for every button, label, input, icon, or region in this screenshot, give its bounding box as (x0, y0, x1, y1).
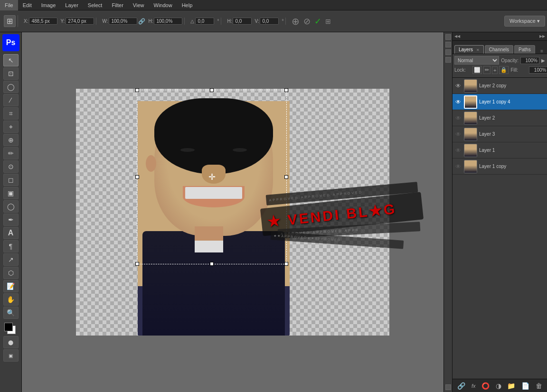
h-input[interactable] (154, 18, 182, 25)
panel-bottom-bar: 🔗 fx ⭕ ◑ 📁 📄 🗑 (453, 379, 547, 392)
menu-filter[interactable]: Filter (107, 0, 128, 10)
opacity-input[interactable] (520, 57, 539, 64)
layer-item-layer2copy[interactable]: 👁 Layer 2 copy (453, 78, 547, 94)
w-input[interactable] (109, 18, 137, 25)
workspace-button[interactable]: Workspace ▾ (504, 16, 545, 27)
clone-tool[interactable]: ⊙ (3, 160, 19, 173)
left-toolbar: Ps ↖ ⊡ ◯ ⁄ ⌗ ⌖ ⊕ ✏ ⊙ ◻ ▣ ◯ ✒ A ¶ ↗ ⬡ 📝 ✋… (0, 32, 22, 392)
menu-help[interactable]: Help (177, 0, 198, 10)
strip-btn-1[interactable] (445, 34, 451, 40)
pen-tool[interactable]: ✒ (3, 214, 19, 226)
layer-visibility-layer2[interactable]: 👁 (454, 114, 462, 122)
hair (154, 98, 273, 174)
zoom-tool[interactable]: 🔍 (3, 307, 19, 319)
confirm-transform-icon[interactable]: ✓ (314, 16, 321, 27)
screen-mode-tool[interactable]: ▣ (3, 349, 19, 362)
strip-btn-3[interactable] (445, 49, 451, 55)
layer-name-layer3: Layer 3 (479, 131, 545, 137)
layer-item-layer1[interactable]: 👁 Layer 1 (453, 142, 547, 159)
x-label: X: (24, 19, 28, 24)
panel-header: ◀◀ ▶▶ (453, 32, 547, 41)
menu-view[interactable]: View (128, 0, 149, 10)
group-layers-btn[interactable]: 📁 (507, 382, 515, 390)
strip-btn-2[interactable] (445, 42, 451, 47)
canvas-area: ✛ APPROVED APPROVED APPROVED ★ VENDI BL★… (22, 32, 443, 392)
y-input[interactable] (66, 18, 94, 25)
degree-symbol: ° (217, 19, 219, 24)
layer-visibility-layer3[interactable]: 👁 (454, 131, 462, 138)
blend-mode-select[interactable]: Normal (454, 56, 499, 65)
selection-tool[interactable]: ⊡ (3, 67, 19, 80)
transform-tool-icon[interactable]: ⊞ (4, 15, 16, 27)
target-icon[interactable]: ⊕ (292, 16, 300, 27)
lock-paint-icon[interactable]: ✏ (483, 66, 490, 74)
adjustment-btn[interactable]: ◑ (496, 382, 501, 390)
rotation-input[interactable] (195, 18, 214, 25)
right-strip (443, 32, 452, 392)
tab-paths[interactable]: Paths (514, 45, 535, 54)
gradient-tool[interactable]: ▣ (3, 187, 19, 199)
neck (195, 226, 223, 241)
hand-tool[interactable]: ✋ (3, 293, 19, 306)
magic-wand-tool[interactable]: ⁄ (3, 94, 19, 106)
canvas: ✛ APPROVED APPROVED APPROVED ★ VENDI BL★… (76, 89, 389, 336)
blend-controls: Normal Opacity: ▶ Lock: ⬜ ✏ + 🔒 Fill: ▶ (453, 54, 547, 78)
layer-item-layer1copy[interactable]: 👁 Layer 1 copy (453, 159, 547, 175)
menu-layer[interactable]: Layer (60, 0, 83, 10)
layer-visibility-layer1[interactable]: 👁 (454, 147, 462, 154)
paragraph-tool[interactable]: ¶ (3, 240, 19, 252)
new-layer-btn[interactable]: 📄 (521, 382, 529, 390)
fill-label: Fill: (510, 67, 527, 73)
shape-tool[interactable]: ⬡ (3, 267, 19, 279)
fill-input[interactable] (529, 66, 547, 74)
tab-layers-close[interactable]: ✕ (476, 48, 480, 52)
x-input[interactable] (29, 18, 57, 25)
dodge-tool[interactable]: ◯ (3, 200, 19, 213)
layer-item-layer1copy4[interactable]: 👁 Layer 1 copy 4 (453, 94, 547, 110)
options-icon[interactable]: ⊞ (325, 18, 331, 25)
brush-tool[interactable]: ✏ (3, 147, 19, 159)
move-tool[interactable]: ↖ (3, 54, 19, 66)
strip-btn-5[interactable] (445, 384, 451, 390)
opacity-label: Opacity: (501, 58, 519, 63)
v-skew-label: V: (255, 19, 259, 24)
path-tool[interactable]: ↗ (3, 253, 19, 266)
delete-layer-btn[interactable]: 🗑 (536, 382, 542, 390)
menu-select[interactable]: Select (83, 0, 107, 10)
layer-visibility-layer2copy[interactable]: 👁 (454, 82, 462, 90)
link-layers-btn[interactable]: 🔗 (457, 382, 465, 390)
color-swatches[interactable] (3, 322, 19, 335)
cancel-transform-icon[interactable]: ⊘ (303, 16, 311, 27)
crop-tool[interactable]: ⌗ (3, 107, 19, 120)
menu-window[interactable]: Window (149, 0, 177, 10)
layer-visibility-layer1copy[interactable]: 👁 (454, 163, 462, 170)
lock-all-icon[interactable]: 🔒 (499, 66, 509, 74)
eyedropper-tool[interactable]: ⌖ (3, 121, 19, 133)
h-skew-input[interactable] (233, 18, 252, 25)
tab-channels[interactable]: Channels (485, 45, 513, 54)
v-skew-input[interactable] (260, 18, 279, 25)
menu-file[interactable]: File (0, 0, 18, 10)
eraser-tool[interactable]: ◻ (3, 174, 19, 186)
layer-item-layer2[interactable]: 👁 Layer 2 (453, 110, 547, 126)
lock-transparency-icon[interactable]: ⬜ (472, 66, 482, 74)
menu-image[interactable]: Image (37, 0, 61, 10)
add-mask-btn[interactable]: ⭕ (481, 382, 490, 390)
layer-item-layer3[interactable]: 👁 Layer 3 (453, 126, 547, 142)
tab-layers[interactable]: Layers ✕ (454, 45, 484, 54)
lasso-tool[interactable]: ◯ (3, 81, 19, 93)
layer-name-layer2: Layer 2 (479, 115, 545, 121)
patch-tool[interactable]: ⊕ (3, 134, 19, 146)
strip-btn-4[interactable] (445, 57, 451, 63)
menu-edit[interactable]: Edit (18, 0, 37, 10)
layer-visibility-layer1copy4[interactable]: 👁 (454, 98, 462, 106)
lock-position-icon[interactable]: + (492, 66, 498, 74)
approved-row-2: APPROVED APPROVED APPR... (278, 222, 421, 239)
panel-menu-icon[interactable]: ≡ (538, 48, 545, 54)
opacity-arrow[interactable]: ▶ (541, 58, 545, 63)
fx-btn[interactable]: fx (472, 383, 476, 389)
right-eye (233, 148, 247, 152)
quick-mask-tool[interactable]: ⬤ (3, 336, 19, 348)
text-tool[interactable]: A (3, 227, 19, 239)
notes-tool[interactable]: 📝 (3, 280, 19, 292)
